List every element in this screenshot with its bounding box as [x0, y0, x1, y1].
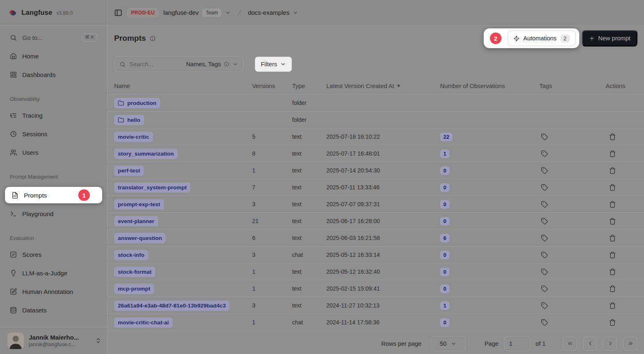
table-row[interactable]: perf-test 1 text 2025-07-14 20:54:30 0: [108, 162, 644, 179]
sidebar-item-tracing[interactable]: Tracing: [5, 109, 102, 121]
tag-icon[interactable]: [541, 268, 548, 275]
prompt-name-badge[interactable]: stock-format: [114, 267, 155, 277]
chevron-right-icon: [607, 340, 614, 347]
prompt-name-badge[interactable]: 26a61a94-e3ab-48d7-81e0-13b929bad4c3: [114, 300, 229, 311]
table-row[interactable]: 26a61a94-e3ab-48d7-81e0-13b929bad4c3 3 t…: [108, 297, 644, 314]
versions-cell: 8: [252, 150, 292, 157]
prompt-name-badge[interactable]: answer-question: [114, 233, 166, 243]
automations-button[interactable]: Automations 2: [508, 30, 576, 46]
tag-icon[interactable]: [541, 133, 548, 140]
prompt-name-badge[interactable]: movie-critic-chat-ai: [114, 317, 173, 328]
sidebar-item-playground[interactable]: Playground: [5, 207, 102, 220]
users-icon: [10, 149, 17, 156]
table-row[interactable]: stock-format 1 text 2025-05-12 16:32:40 …: [108, 263, 644, 280]
column-header-tags: Tags: [539, 83, 606, 89]
delete-trash-icon[interactable]: [609, 184, 616, 191]
sidebar-item-human-annotation[interactable]: Human Annotation: [5, 285, 102, 298]
tag-icon[interactable]: [541, 285, 548, 292]
tag-icon[interactable]: [541, 167, 548, 174]
versions-cell: 5: [252, 133, 292, 140]
created-at-cell: 2025-06-17 16:28:00: [326, 218, 440, 224]
delete-trash-icon[interactable]: [609, 167, 616, 174]
prompt-name-badge[interactable]: stock-info: [114, 250, 148, 260]
sidebar-item-prompts[interactable]: Prompts 1: [5, 187, 102, 203]
prompt-name-badge[interactable]: translator_system-prompt: [114, 182, 190, 193]
table-row[interactable]: mcp-prompt 1 text 2025-02-15 15:09:41 0: [108, 280, 644, 297]
terminal-icon: [10, 210, 17, 217]
tag-icon[interactable]: [541, 218, 548, 225]
next-page-button[interactable]: [603, 337, 617, 351]
sidebar-item-users[interactable]: Users: [5, 146, 102, 158]
tag-icon[interactable]: [541, 302, 548, 309]
column-header-observations: Number of Observations: [440, 83, 539, 89]
table-row[interactable]: hello folder: [108, 112, 644, 128]
previous-page-button[interactable]: [583, 337, 597, 351]
delete-trash-icon[interactable]: [609, 201, 616, 208]
rows-per-page-select[interactable]: 50: [431, 336, 466, 351]
column-header-created-at[interactable]: Latest Version Created At ▼: [326, 83, 440, 89]
created-at-cell: 2025-06-03 16:21:58: [326, 235, 440, 241]
table-row[interactable]: story_summarization 8 text 2025-07-17 16…: [108, 145, 644, 162]
observations-cell: 0: [440, 166, 539, 175]
delete-trash-icon[interactable]: [609, 133, 616, 140]
table-row[interactable]: translator_system-prompt 7 text 2025-07-…: [108, 179, 644, 196]
sidebar-item-llm-as-a-judge[interactable]: LLM-as-a-Judge: [5, 267, 102, 279]
tag-icon[interactable]: [541, 319, 548, 326]
tag-icon[interactable]: [541, 184, 548, 191]
first-page-button[interactable]: [563, 337, 577, 351]
delete-trash-icon[interactable]: [609, 218, 616, 225]
filters-button[interactable]: Filters: [255, 56, 292, 72]
sidebar-item-datasets[interactable]: Datasets: [5, 304, 102, 316]
new-prompt-button[interactable]: New prompt: [582, 30, 637, 47]
delete-trash-icon[interactable]: [609, 235, 616, 242]
prompt-name-badge[interactable]: event-planner: [114, 216, 158, 226]
prompt-name-badge[interactable]: story_summarization: [114, 149, 178, 159]
last-page-button[interactable]: [623, 337, 637, 351]
table-row[interactable]: production folder: [108, 95, 644, 112]
pagination-bar: Rows per page 50 Page of 1: [108, 333, 644, 354]
delete-trash-icon[interactable]: [609, 150, 616, 157]
table-row[interactable]: event-planner 21 text 2025-06-17 16:28:0…: [108, 213, 644, 230]
org-switcher[interactable]: langfuse-dev Team: [163, 9, 230, 17]
tag-icon[interactable]: [541, 150, 548, 157]
table-row[interactable]: stock-info 3 chat 2025-05-12 16:33:14 0: [108, 247, 644, 263]
tag-icon[interactable]: [541, 235, 548, 242]
table-row[interactable]: answer-question 6 text 2025-06-03 16:21:…: [108, 230, 644, 247]
tag-icon[interactable]: [541, 201, 548, 208]
delete-trash-icon[interactable]: [609, 319, 616, 326]
playground-label: Playground: [22, 210, 54, 217]
prompt-name-badge[interactable]: movie-critic: [114, 132, 153, 142]
prompt-name-badge[interactable]: production: [114, 98, 160, 108]
tag-icon[interactable]: [541, 252, 548, 259]
chevrons-up-down-icon: [95, 338, 101, 344]
table-row[interactable]: movie-critic 5 text 2025-07-18 16:10:22 …: [108, 128, 644, 145]
sidebar-item-sessions[interactable]: Sessions: [5, 128, 102, 140]
project-switcher[interactable]: docs-examples: [248, 9, 298, 16]
delete-trash-icon[interactable]: [609, 302, 616, 309]
sidebar-item-dashboards[interactable]: Dashboards: [5, 68, 102, 81]
delete-trash-icon[interactable]: [609, 268, 616, 275]
name-cell: hello: [114, 115, 252, 125]
actions-cell: [606, 285, 637, 292]
sidebar-item-goto[interactable]: Go to... ⌘ K: [5, 31, 102, 44]
table-row[interactable]: prompt-exp-test 3 text 2025-07-07 09:37:…: [108, 196, 644, 213]
sidebar-toggle-icon[interactable]: [114, 9, 122, 17]
page-number-input[interactable]: [504, 336, 530, 351]
search-scope-dropdown[interactable]: Names, Tags: [186, 61, 238, 68]
type-cell: text: [292, 133, 326, 140]
prompts-label: Prompts: [24, 192, 47, 199]
sidebar-item-scores[interactable]: Scores: [5, 248, 102, 261]
search-input[interactable]: [129, 61, 167, 68]
prompt-name-badge[interactable]: prompt-exp-test: [114, 199, 164, 210]
delete-trash-icon[interactable]: [609, 252, 616, 259]
sidebar-item-home[interactable]: Home: [5, 50, 102, 62]
delete-trash-icon[interactable]: [609, 285, 616, 292]
info-icon[interactable]: [150, 35, 156, 42]
prompt-name-badge[interactable]: perf-test: [114, 165, 144, 176]
prompt-name-badge[interactable]: hello: [114, 115, 144, 125]
column-header-name: Name: [114, 83, 252, 89]
actions-cell: [606, 319, 637, 326]
prompt-name-badge[interactable]: mcp-prompt: [114, 284, 154, 294]
table-row[interactable]: movie-critic-chat-ai 1 chat 2024-11-14 1…: [108, 314, 644, 331]
user-menu[interactable]: Jannik Maierho... jannik@langfuse.c...: [0, 327, 107, 354]
